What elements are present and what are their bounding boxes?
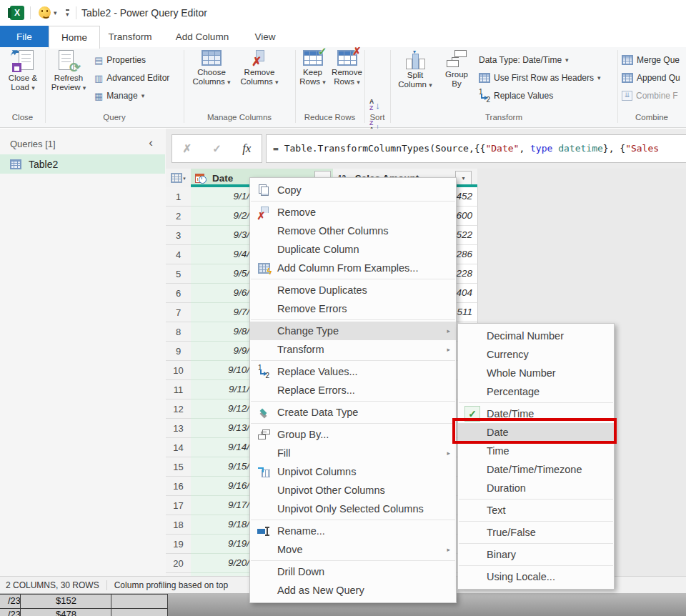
menu-item-duplicate-column[interactable]: Duplicate Column [250,240,456,259]
first-row-headers-button[interactable]: Use First Row as Headers ▾ [479,71,601,84]
row-number[interactable]: 8 [166,322,192,342]
tab-add-column[interactable]: Add Column [170,26,234,47]
row-number[interactable]: 19 [166,535,192,554]
query-item-table2[interactable]: Table2 [0,154,165,174]
menu-item-remove-errors[interactable]: Remove Errors [250,299,456,318]
choose-columns-button[interactable]: Choose Columns ▾ [187,50,236,86]
data-type-button[interactable]: Data Type: Date/Time ▾ [479,54,569,66]
row-number[interactable]: 10 [166,361,192,380]
remove-rows-button[interactable]: ✗ Remove Rows ▾ [329,50,364,86]
submenu-item-duration[interactable]: Duration [458,479,614,497]
merge-queries-button[interactable]: Merge Que [622,54,680,66]
sort-ascending-button[interactable]: AZ ↓ [369,99,380,111]
menu-item-remove-other-columns[interactable]: Remove Other Columns [250,222,456,240]
titlebar-divider [76,6,76,19]
quick-access-toolbar-options-icon[interactable]: ▾ [66,9,69,17]
advanced-editor-button[interactable]: ▥ Advanced Editor [94,71,169,84]
row-number[interactable]: 12 [166,399,192,419]
manage-button[interactable]: ▦ Manage ▾ [94,89,144,102]
menu-item-move[interactable]: Move ▸ [250,540,456,559]
date-cell-text: 9/12/ [191,399,249,418]
menu-item-remove-duplicates[interactable]: Remove Duplicates [250,281,456,299]
formula-fx-icon[interactable]: fx [242,141,251,156]
feedback-smiley-icon[interactable] [39,6,51,19]
tab-view[interactable]: View [243,26,287,47]
submenu-item-text[interactable]: Text [458,501,614,520]
menu-item-remove[interactable]: Remove [250,203,456,222]
submenu-item-binary[interactable]: Binary [458,545,614,564]
split-column-button[interactable]: ▾ Split Column ▾ [394,50,437,89]
group-label-query: Query [45,113,184,121]
menu-item-add-column-from-examples[interactable]: Add Column From Examples... [250,259,456,277]
select-all-corner-button[interactable]: ▾ [166,169,192,188]
group-divider [617,50,618,123]
row-number[interactable]: 6 [166,284,192,303]
tab-transform[interactable]: Transform [101,26,159,47]
submenu-item-date-time-timezone[interactable]: Date/Time/Timezone [458,460,614,479]
collapse-panel-chevron-icon[interactable]: ‹ [149,136,153,150]
submenu-item-whole-number[interactable]: Whole Number [458,364,614,382]
menu-item-unpivot-columns[interactable]: Unpivot Columns [250,462,456,481]
append-queries-button[interactable]: Append Qu [622,71,680,84]
row-number[interactable]: 7 [166,303,192,322]
row-number[interactable]: 20 [166,554,192,573]
group-label-reduce-rows: Reduce Rows [295,113,364,121]
row-number[interactable]: 15 [166,457,192,477]
sales-filter-dropdown[interactable]: ▾ [455,171,472,186]
row-number[interactable]: 14 [166,438,192,457]
menu-item-change-type[interactable]: Change Type ▸ [250,322,456,340]
menu-item-unpivot-other-columns[interactable]: Unpivot Other Columns [250,481,456,500]
row-number[interactable]: 4 [166,245,192,264]
row-number[interactable]: 18 [166,515,192,535]
row-number[interactable]: 16 [166,477,192,496]
menu-item-drill-down[interactable]: Drill Down [250,562,456,581]
submenu-item-percentage[interactable]: Percentage [458,382,614,401]
combine-files-button[interactable]: ⇊ Combine F [622,89,678,102]
remove-columns-button[interactable]: Remove Columns ▾ [236,50,283,86]
menu-item-replace-errors[interactable]: Replace Errors... [250,381,456,399]
keep-rows-button[interactable]: ✓ Keep Rows ▾ [296,50,329,86]
submenu-item-using-locale[interactable]: Using Locale... [458,567,614,586]
row-number[interactable]: 13 [166,419,192,438]
formula-input[interactable]: = Table.TransformColumnTypes(Source,{{"D… [266,134,686,163]
menu-item-copy[interactable]: Copy [250,181,456,199]
submenu-item-date-time[interactable]: ✓ Date/Time [458,404,614,423]
row-number[interactable]: 11 [166,380,192,399]
close-load-button[interactable]: Close & Load ▾ [2,50,44,92]
row-number[interactable]: 2 [166,207,192,226]
submenu-item-date[interactable]: Date [458,423,614,442]
date-cell-text: 9/16/ [191,477,249,495]
menu-item-unpivot-only-selected[interactable]: Unpivot Only Selected Columns [250,500,456,518]
formula-commit-icon[interactable]: ✓ [212,142,222,155]
remove-column-icon [258,207,270,219]
row-number[interactable]: 5 [166,264,192,284]
row-number[interactable]: 9 [166,342,192,361]
excel-app-icon: X [10,6,24,20]
row-number[interactable]: 1 [166,187,192,207]
refresh-preview-button[interactable]: ⟳ Refresh Preview ▾ [47,50,90,92]
submenu-item-currency[interactable]: Currency [458,345,614,364]
menu-item-create-data-type[interactable]: Create Data Type [250,403,456,422]
datetime-type-icon[interactable] [195,173,207,184]
menu-item-fill[interactable]: Fill ▸ [250,444,456,462]
group-by-button[interactable]: Group By [438,50,475,89]
smiley-dropdown-icon[interactable]: ▾ [54,10,57,16]
submenu-item-true-false[interactable]: True/False [458,523,614,542]
dropdown-caret-icon: ▾ [31,84,35,91]
tab-home[interactable]: Home [49,26,100,49]
menu-item-rename[interactable]: Rename... [250,522,456,540]
row-number[interactable]: 17 [166,496,192,515]
menu-item-group-by[interactable]: Group By... [250,425,456,444]
status-profiling[interactable]: Column profiling based on top [114,580,228,590]
tab-file[interactable]: File [0,26,49,47]
menu-separator [251,201,455,202]
replace-values-button[interactable]: 12 Replace Values [479,89,553,102]
formula-cancel-icon[interactable]: ✗ [183,142,192,155]
menu-item-add-as-new-query[interactable]: Add as New Query [250,581,456,600]
submenu-item-decimal-number[interactable]: Decimal Number [458,327,614,345]
submenu-item-time[interactable]: Time [458,442,614,460]
row-number[interactable]: 3 [166,226,192,245]
menu-item-replace-values[interactable]: 12 Replace Values... [250,362,456,381]
menu-item-transform[interactable]: Transform ▸ [250,340,456,359]
properties-button[interactable]: ▤ Properties [94,54,146,66]
